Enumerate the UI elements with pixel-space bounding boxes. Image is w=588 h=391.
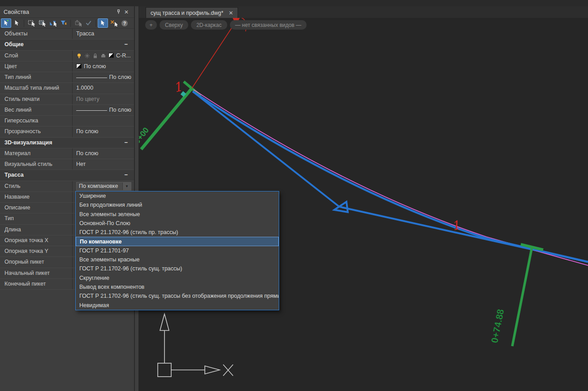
collapse-icon[interactable]: −	[124, 171, 128, 178]
apply-selection-button	[83, 18, 94, 28]
tangent-extension-red-line[interactable]	[192, 21, 236, 88]
combobox-arrow-icon[interactable]: ▼	[122, 182, 131, 190]
viewport-controls: + Сверху 2D-каркас — нет связанных видов…	[145, 20, 307, 30]
dropdown-item[interactable]: ГОСТ Р 21.1702-96 (стиль сущ. трассы без…	[76, 291, 279, 300]
property-row-ltscale[interactable]: Масштаб типа линий 1.0000	[0, 83, 134, 94]
curve-number-label-top: 1	[172, 79, 183, 95]
pin-icon[interactable]	[114, 8, 122, 16]
toolbar-separator	[70, 20, 71, 27]
viewport-view-button[interactable]: Сверху	[160, 20, 188, 30]
layer-on-bulb-icon[interactable]	[76, 53, 82, 59]
lineweight-sample	[76, 110, 107, 111]
layer-plot-icon[interactable]	[100, 53, 106, 59]
selection-toolbar: ?	[0, 18, 134, 29]
style-combobox[interactable]: По компановке ▼	[76, 182, 131, 191]
station-label-end: 0+74.88	[489, 308, 506, 344]
toolbar-separator	[95, 20, 96, 27]
invert-selection-button[interactable]	[48, 18, 58, 28]
tab-close-icon[interactable]: ✕	[229, 10, 233, 16]
document-tabbar: сущ трасса и профиль.dwg* ✕	[139, 6, 588, 18]
toolbar-separator	[24, 20, 24, 27]
properties-panel-titlebar: Свойства ✕	[0, 6, 134, 18]
svg-text:?: ?	[123, 21, 125, 26]
help-button[interactable]: ?	[119, 18, 130, 28]
viewport-add-button[interactable]: +	[145, 20, 157, 30]
section-alignment[interactable]: Трасса −	[0, 170, 134, 181]
station-label-start: 0+00	[139, 126, 151, 145]
selection-filter-button[interactable]	[58, 18, 69, 28]
dropdown-item[interactable]: Все элементы красные	[76, 255, 279, 264]
layer-freeze-icon[interactable]	[84, 53, 90, 59]
window-top-strip	[0, 0, 588, 6]
color-swatch[interactable]	[76, 64, 82, 69]
pointer-button[interactable]	[98, 18, 108, 28]
dropdown-item[interactable]: Скругление	[76, 274, 279, 282]
dropdown-item[interactable]: ГОСТ Р 21.1702-96 (стиль сущ. трассы)	[76, 264, 279, 273]
dropdown-item[interactable]: Вывод всех компонентов	[76, 282, 279, 291]
property-row-transparency[interactable]: Прозрачность По слою	[0, 126, 134, 137]
alignment-green-segment[interactable]	[141, 88, 192, 149]
property-row-layer[interactable]: Слой C-R...	[0, 51, 134, 61]
document-tab-title: сущ трасса и профиль.dwg*	[151, 10, 223, 16]
layer-name[interactable]: C-R...	[116, 52, 131, 59]
station-leader-line[interactable]	[512, 247, 532, 346]
properties-panel-title: Свойства	[4, 9, 29, 15]
property-row-color[interactable]: Цвет По слою	[0, 61, 134, 72]
section-general[interactable]: Общие −	[0, 39, 134, 50]
clear-selection-button[interactable]	[108, 18, 119, 28]
export-selection-button	[73, 18, 83, 28]
crossing-select-button[interactable]	[37, 18, 47, 28]
ucs-icon	[158, 314, 233, 377]
dropdown-item-selected[interactable]: По компановке	[76, 237, 279, 246]
select-button[interactable]	[12, 18, 22, 28]
section-3d-visualization[interactable]: 3D-визуализация −	[0, 138, 134, 148]
layer-color-swatch[interactable]	[108, 53, 114, 58]
property-row-lineweight[interactable]: Вес линий По слою	[0, 105, 134, 116]
dropdown-item[interactable]: Все элементы зеленые	[76, 210, 279, 219]
property-row-hyperlink[interactable]: Гиперссылка	[0, 116, 134, 126]
dropdown-item[interactable]: ГОСТ Р 21.1701-97	[76, 246, 279, 255]
window-select-button[interactable]	[26, 18, 36, 28]
viewport-linked-views-button[interactable]: — нет связанных видов —	[230, 20, 307, 30]
dropdown-item[interactable]: Невидимая	[76, 301, 279, 310]
dropdown-item[interactable]: Без продолжения линий	[76, 200, 279, 209]
dropdown-item[interactable]: Основной-По Слою	[76, 219, 279, 228]
style-dropdown-list: Уширение Без продолжения линий Все элеме…	[75, 191, 279, 310]
property-row-linetype[interactable]: Тип линий По слою	[0, 72, 134, 83]
property-row-visual-style[interactable]: Визуальный стиль Нет	[0, 159, 134, 170]
layer-lock-icon[interactable]	[92, 53, 98, 59]
property-row-objects[interactable]: Объекты Трасса	[0, 29, 134, 39]
viewport-visual-style-button[interactable]: 2D-каркас	[191, 20, 227, 30]
select-add-button[interactable]	[1, 18, 11, 28]
collapse-icon[interactable]: −	[124, 41, 128, 48]
property-row-material[interactable]: Материал По слою	[0, 148, 134, 159]
property-row-plotstyle[interactable]: Стиль печати По цвету	[0, 94, 134, 105]
close-panel-icon[interactable]: ✕	[122, 8, 130, 16]
collapse-icon[interactable]: −	[124, 139, 128, 146]
dropdown-item[interactable]: ГОСТ Р 21.1702-96 (стиль пр. трассы)	[76, 228, 279, 237]
property-value: Трасса	[76, 30, 94, 37]
dropdown-item[interactable]: Уширение	[76, 191, 279, 200]
application-window: Свойства ✕	[0, 0, 588, 391]
property-row-style[interactable]: Стиль По компановке ▼	[0, 181, 134, 192]
linetype-sample	[76, 78, 107, 78]
document-tab[interactable]: сущ трасса и профиль.dwg* ✕	[146, 7, 238, 18]
